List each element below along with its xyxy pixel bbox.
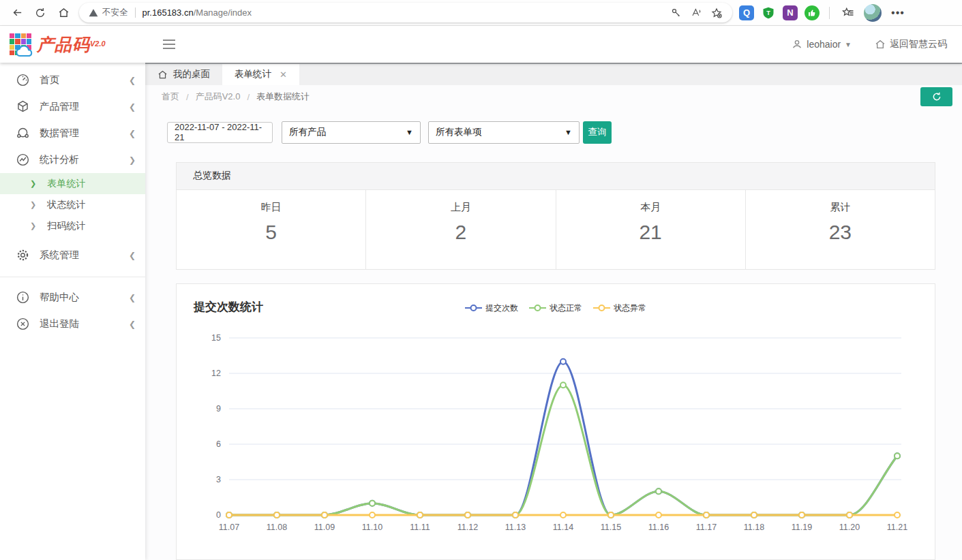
extension-shield-icon[interactable]: T xyxy=(761,5,776,20)
extension-thumb-icon[interactable] xyxy=(805,5,820,20)
sidebar-item-label: 首页 xyxy=(40,74,129,87)
legend-item[interactable]: 提交次数 xyxy=(465,302,518,314)
logout-icon xyxy=(15,317,30,332)
user-menu[interactable]: leohaior ▼ xyxy=(792,39,852,50)
extension-q-icon[interactable]: Q xyxy=(739,5,754,20)
svg-text:0: 0 xyxy=(216,510,221,520)
stat-label: 上月 xyxy=(366,201,555,214)
sidebar-item-label: 系统管理 xyxy=(40,249,129,262)
breadcrumb-home[interactable]: 首页 xyxy=(162,91,179,103)
svg-text:11.14: 11.14 xyxy=(553,523,573,532)
home-icon[interactable] xyxy=(52,3,75,23)
sidebar-item-label: 数据管理 xyxy=(40,127,129,140)
breadcrumb-separator: / xyxy=(186,92,189,102)
svg-text:11.21: 11.21 xyxy=(887,523,907,532)
back-link-label: 返回智慧云码 xyxy=(890,38,947,50)
cube-icon xyxy=(15,99,30,114)
stat-label: 累计 xyxy=(746,201,935,214)
collections-icon[interactable] xyxy=(839,3,857,23)
app-title: 产品码 xyxy=(37,35,90,54)
back-to-cloud-link[interactable]: 返回智慧云码 xyxy=(875,38,947,50)
close-icon[interactable]: ✕ xyxy=(280,69,287,80)
app-logo[interactable]: 产品码V2.0 xyxy=(0,33,145,56)
chart-panel: 提交次数统计 提交次数 状态正常 状态异常 0369121511.0711.08… xyxy=(176,283,935,560)
sidebar-item-statistics[interactable]: 统计分析 ❯ xyxy=(0,146,145,173)
stat-this-month: 本月 21 xyxy=(556,190,745,269)
chevron-left-icon: ❮ xyxy=(129,293,136,302)
breadcrumb-app[interactable]: 产品码V2.0 xyxy=(196,91,241,103)
svg-text:9: 9 xyxy=(216,404,221,414)
date-range-input[interactable]: 2022-11-07 - 2022-11-21 xyxy=(167,122,273,143)
form-select-value: 所有表单项 xyxy=(436,126,482,138)
refresh-icon xyxy=(931,91,942,102)
refresh-icon[interactable] xyxy=(29,3,52,23)
info-icon xyxy=(15,290,30,305)
stats-icon xyxy=(15,153,30,168)
breadcrumb-current: 表单数据统计 xyxy=(256,91,310,103)
product-select[interactable]: 所有产品 ▼ xyxy=(282,121,421,144)
svg-text:11.18: 11.18 xyxy=(744,523,764,532)
sidebar-item-logout[interactable]: 退出登陆 ❮ xyxy=(0,311,145,337)
sidebar-item-label: 状态统计 xyxy=(47,199,136,211)
address-bar[interactable]: 不安全 pr.165183.cn/Manage/index xyxy=(79,3,732,22)
svg-text:11.10: 11.10 xyxy=(362,523,382,532)
form-item-select[interactable]: 所有表单项 ▼ xyxy=(428,121,580,144)
read-aloud-icon[interactable] xyxy=(686,4,706,22)
stat-value: 23 xyxy=(746,221,935,244)
sidebar-item-label: 退出登陆 xyxy=(40,317,129,330)
tab-my-desktop[interactable]: 我的桌面 xyxy=(145,64,222,85)
divider xyxy=(829,7,830,19)
sidebar-item-home[interactable]: 首页 ❮ xyxy=(0,67,145,93)
browser-toolbar: 不安全 pr.165183.cn/Manage/index Q T N ••• xyxy=(0,0,962,26)
sidebar-toggle-icon[interactable] xyxy=(163,40,175,49)
chevron-left-icon: ❮ xyxy=(129,251,136,260)
arrow-right-icon: ❯ xyxy=(30,221,36,230)
sidebar-item-system[interactable]: 系统管理 ❮ xyxy=(0,242,145,268)
page-refresh-button[interactable] xyxy=(920,87,952,106)
url-path: /Manage/index xyxy=(194,7,252,18)
home-icon xyxy=(157,69,168,80)
browser-menu-icon[interactable]: ••• xyxy=(888,3,907,23)
url-text: pr.165183.cn/Manage/index xyxy=(142,7,252,18)
legend-item[interactable]: 状态正常 xyxy=(529,302,582,314)
sidebar-item-products[interactable]: 产品管理 ❮ xyxy=(0,93,145,120)
stat-label: 本月 xyxy=(556,201,745,214)
add-favorite-icon[interactable] xyxy=(706,4,727,22)
data-icon xyxy=(15,126,30,141)
home-icon xyxy=(875,39,886,50)
sidebar-item-scan-stats[interactable]: ❯ 扫码统计 xyxy=(0,215,145,236)
tab-form-stats[interactable]: 表单统计 ✕ xyxy=(222,64,299,85)
back-icon[interactable] xyxy=(5,3,29,23)
breadcrumb-row: 首页 / 产品码V2.0 / 表单数据统计 xyxy=(145,85,962,109)
stat-label: 昨日 xyxy=(177,201,365,214)
arrow-right-icon: ❯ xyxy=(30,179,36,188)
legend-item[interactable]: 状态异常 xyxy=(593,302,646,314)
query-button[interactable]: 查询 xyxy=(583,121,612,144)
sidebar-item-form-stats[interactable]: ❯ 表单统计 xyxy=(0,173,145,194)
svg-text:11.08: 11.08 xyxy=(267,523,287,532)
legend-label: 状态异常 xyxy=(614,302,646,314)
legend-marker-icon xyxy=(465,305,482,311)
stat-value: 21 xyxy=(556,221,745,244)
chevron-down-icon: ▼ xyxy=(406,128,413,136)
password-key-icon[interactable] xyxy=(665,4,686,22)
sidebar-item-label: 帮助中心 xyxy=(40,291,129,304)
sidebar-item-data[interactable]: 数据管理 ❮ xyxy=(0,120,145,146)
date-range-value: 2022-11-07 - 2022-11-21 xyxy=(175,122,265,142)
legend-marker-icon xyxy=(529,305,546,311)
chevron-left-icon: ❮ xyxy=(129,102,136,112)
overview-stats: 昨日 5 上月 2 本月 21 累计 23 xyxy=(177,190,935,269)
app-header: 产品码V2.0 leohaior ▼ 返回智慧云码 xyxy=(0,26,962,63)
overview-panel: 总览数据 昨日 5 上月 2 本月 21 累计 23 xyxy=(176,162,935,270)
svg-text:11.20: 11.20 xyxy=(839,523,860,532)
chevron-left-icon: ❮ xyxy=(129,76,136,85)
sidebar-item-label: 产品管理 xyxy=(40,100,129,113)
profile-avatar[interactable] xyxy=(864,4,882,22)
sidebar-item-status-stats[interactable]: ❯ 状态统计 xyxy=(0,194,145,215)
svg-text:15: 15 xyxy=(211,333,221,343)
sidebar-item-help[interactable]: 帮助中心 ❮ xyxy=(0,284,145,311)
tab-label: 我的桌面 xyxy=(173,68,210,80)
extension-onenote-icon[interactable]: N xyxy=(783,5,798,20)
legend-marker-icon xyxy=(593,305,610,311)
qr-logo-icon xyxy=(10,33,31,55)
